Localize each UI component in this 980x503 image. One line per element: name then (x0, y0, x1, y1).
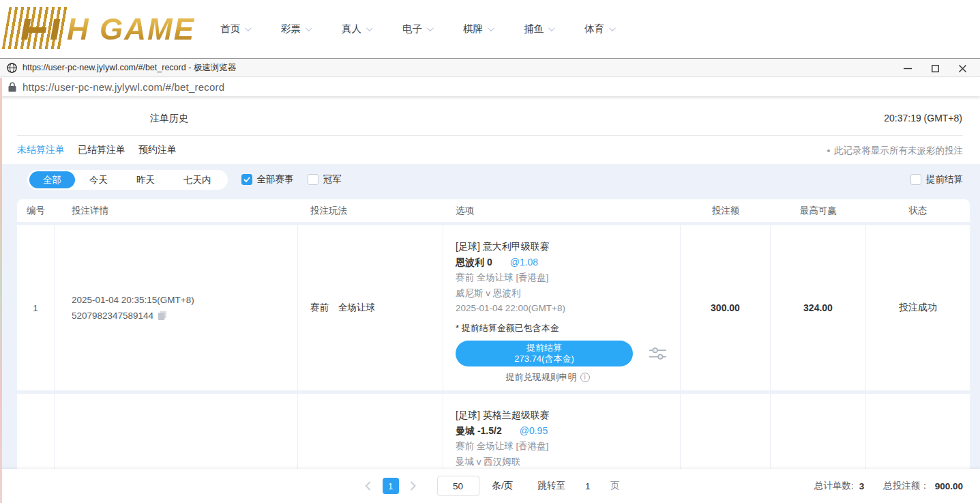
all-matches-label: 全部赛事 (257, 173, 294, 186)
nav-label: 棋牌 (463, 23, 483, 35)
col-header-detail: 投注详情 (55, 205, 298, 217)
address-bar[interactable]: https://user-pc-new.jylywl.com/#/bet_rec… (0, 78, 980, 96)
cell-bet-detail: 2025-01-04 20:35:15(GMT+8) 5207982347589… (55, 225, 298, 390)
logo-stripes-icon (2, 7, 70, 49)
nav-item-sports[interactable]: 体育 (584, 23, 614, 35)
chevron-down-icon (306, 25, 312, 31)
bets-table: 编号 投注详情 投注玩法 选项 投注额 最高可赢 状态 1 2025-01-04… (17, 199, 970, 503)
match-teams: 曼城 v 西汉姆联 (456, 455, 668, 470)
cashout-button[interactable]: 提前结算 273.74(含本金) (456, 341, 633, 367)
col-header-option: 选项 (443, 205, 681, 217)
nav-label: 体育 (584, 23, 604, 35)
page-title: 注单历史 (150, 113, 188, 125)
chevron-down-icon (548, 25, 555, 31)
early-settlement-checkbox[interactable] (910, 174, 921, 185)
nav-item-slots[interactable]: 电子 (402, 23, 432, 35)
all-matches-checkbox-group[interactable]: 全部赛事 (241, 173, 294, 186)
all-matches-checkbox[interactable] (241, 174, 252, 185)
cell-status: 投注成功 (866, 225, 970, 390)
logo-text: H GAME (67, 10, 195, 49)
nav-label: 首页 (220, 23, 240, 35)
cell-bet-amount: 300.00 (681, 225, 771, 390)
screen: H GAME 首页 彩票 真人 电子 棋牌 (0, 0, 980, 503)
current-page-button[interactable]: 1 (383, 478, 399, 494)
odds-value: @1.08 (510, 255, 538, 270)
date-option-all[interactable]: 全部 (29, 171, 75, 188)
col-header-amount: 投注额 (681, 205, 771, 217)
records-section: 全部 今天 昨天 七天内 全部赛事 冠军 提前结算 (0, 164, 980, 503)
cashout-button-amount: 273.74(含本金) (514, 354, 574, 364)
chevron-down-icon (366, 25, 373, 31)
chevron-down-icon (427, 25, 434, 31)
address-url: https://user-pc-new.jylywl.com/#/bet_rec… (23, 81, 224, 93)
champion-checkbox[interactable] (308, 174, 318, 185)
nav-label: 捕鱼 (524, 23, 544, 35)
total-count-label: 总计单数: (814, 480, 854, 492)
lock-icon (8, 82, 16, 92)
nav-item-fishing[interactable]: 捕鱼 (524, 23, 553, 35)
tab-settled[interactable]: 已结算注单 (78, 144, 125, 156)
chevron-down-icon (245, 25, 252, 31)
window-title: https://user-pc-new.jylywl.com/#/bet_rec… (23, 62, 236, 74)
pick-name: 恩波利 0 (456, 255, 492, 270)
jump-page-input[interactable] (578, 477, 598, 495)
main-nav: 首页 彩票 真人 电子 棋牌 捕鱼 (220, 0, 614, 58)
col-header-play: 投注玩法 (298, 205, 443, 217)
filter-row: 全部 今天 昨天 七天内 全部赛事 冠军 提前结算 (27, 169, 963, 190)
odds-value: @0.95 (520, 423, 548, 439)
cashout-button-title: 提前结算 (526, 343, 562, 354)
server-clock: 20:37:19 (GMT+8) (884, 113, 962, 124)
champion-checkbox-group[interactable]: 冠军 (308, 173, 342, 186)
page-size-input[interactable] (437, 476, 479, 496)
nav-label: 真人 (342, 23, 361, 35)
col-header-no: 编号 (17, 205, 55, 217)
table-header: 编号 投注详情 投注玩法 选项 投注额 最高可赢 状态 (17, 199, 970, 222)
nav-item-live[interactable]: 真人 (342, 23, 371, 35)
col-header-maxwin: 最高可赢 (771, 205, 866, 217)
info-icon[interactable] (580, 373, 590, 382)
prev-page-button[interactable] (361, 478, 376, 494)
market-type: 赛前 全场让球 [香港盘] (456, 270, 668, 286)
site-topbar: H GAME 首页 彩票 真人 电子 棋牌 (0, 0, 980, 58)
table-row: 1 2025-01-04 20:35:15(GMT+8) 52079823475… (17, 225, 970, 390)
close-button[interactable] (949, 59, 976, 78)
bet-id: 5207982347589144 (72, 308, 153, 324)
tab-unsettled[interactable]: 未结算注单 (17, 144, 65, 156)
date-option-today[interactable]: 今天 (75, 170, 122, 190)
cell-max-win: 324.00 (771, 225, 866, 390)
tab-reserved[interactable]: 预约注单 (138, 144, 177, 156)
date-range-segmented: 全部 今天 昨天 七天内 (27, 170, 228, 190)
page-size-unit: 条/页 (492, 480, 514, 492)
maximize-button[interactable] (921, 59, 949, 78)
match-time: 2025-01-04 22:00(GMT+8) (456, 301, 668, 317)
pagination: 1 条/页 跳转至 页 (361, 469, 620, 503)
nav-label: 电子 (402, 23, 422, 35)
date-option-7days[interactable]: 七天内 (169, 170, 226, 190)
cashout-rules-text: 提前兑现规则申明 (506, 371, 577, 384)
jump-page-unit: 页 (610, 480, 620, 492)
sliders-icon[interactable] (648, 345, 668, 362)
browser-titlebar[interactable]: https://user-pc-new.jylywl.com/#/bet_rec… (0, 58, 980, 77)
bet-time: 2025-01-04 20:35:15(GMT+8) (72, 292, 297, 308)
pick-name: 曼城 -1.5/2 (456, 423, 502, 439)
nav-item-cards[interactable]: 棋牌 (463, 23, 492, 35)
match-teams: 威尼斯 v 恩波利 (456, 286, 668, 302)
page-content: 注单历史 20:37:19 (GMT+8) 未结算注单 已结算注单 预约注单 此… (0, 96, 980, 503)
cashout-rules-link[interactable]: 提前兑现规则申明 (456, 371, 640, 384)
cashout-note: * 提前结算金额已包含本金 (456, 322, 668, 334)
site-logo[interactable]: H GAME (5, 4, 195, 49)
next-page-button[interactable] (406, 478, 421, 494)
minimize-button[interactable] (894, 59, 921, 78)
cell-row-number: 1 (17, 225, 55, 390)
desktop-background-sliver (0, 78, 2, 503)
copy-icon[interactable] (158, 311, 167, 321)
globe-icon (7, 63, 17, 73)
league-name: [足球] 意大利甲级联赛 (456, 239, 668, 255)
nav-label: 彩票 (281, 23, 301, 35)
play-phase: 赛前 (310, 302, 329, 314)
nav-item-home[interactable]: 首页 (220, 23, 250, 35)
date-option-yesterday[interactable]: 昨天 (122, 170, 169, 190)
nav-item-lottery[interactable]: 彩票 (281, 23, 310, 35)
early-settlement-checkbox-group[interactable]: 提前结算 (910, 169, 963, 190)
jump-to-label: 跳转至 (537, 480, 565, 492)
